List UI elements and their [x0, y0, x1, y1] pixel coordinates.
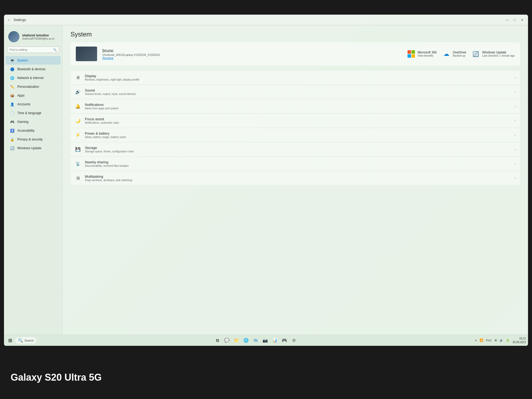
nav-icon-personalization: ✏️	[10, 84, 15, 89]
avatar-image	[8, 31, 19, 42]
laptop-screen: ← Settings — □ ✕ shahzod ismoilov shahzo…	[4, 15, 528, 346]
settings-item-power[interactable]: ⚡ Power & battery Sleep, battery usage, …	[70, 128, 520, 142]
settings-icon-focus: 🌙	[75, 118, 81, 124]
nav-label-accessibility: Accessibility	[17, 129, 35, 132]
close-button[interactable]: ✕	[519, 17, 525, 23]
settings-desc-notifications: Alerts from apps and system	[85, 107, 511, 110]
settings-item-nearby[interactable]: 📡 Nearby sharing Discoverability, receiv…	[70, 157, 520, 171]
settings-title-power: Power & battery	[85, 131, 511, 135]
taskbar-app-teams[interactable]: 💬	[223, 336, 231, 345]
window-title: Settings	[14, 18, 505, 22]
settings-desc-power: Sleep, battery usage, battery saver	[85, 136, 511, 139]
sidebar-item-gaming[interactable]: 🎮 Gaming	[6, 118, 61, 126]
sidebar-item-system[interactable]: 💻 System	[6, 56, 61, 65]
tray-volume[interactable]: 🔊	[499, 338, 504, 343]
taskbar-search[interactable]: 🔍 Search	[15, 337, 36, 344]
nav-label-apps: Apps	[17, 94, 24, 97]
settings-list: 🖥 Display Monitors, brightness, night li…	[70, 71, 520, 185]
ql-microsoft365-title: Microsoft 365	[418, 51, 437, 54]
phone-label: Galaxy S20 Ultra 5G	[11, 372, 102, 383]
sidebar-item-accounts[interactable]: 👤 Accounts	[6, 100, 61, 109]
user-profile[interactable]: shahzod ismoilov shahzod9745584@hs.ac.kr	[4, 28, 62, 47]
sidebar-item-time[interactable]: 🕐 Time & language	[6, 109, 61, 117]
sidebar-item-privacy[interactable]: 🔒 Privacy & security	[6, 135, 61, 144]
quick-link-windows-update[interactable]: 🔄 Windows Update Last checked: 1 minute …	[472, 50, 515, 58]
search-icon: 🔍	[53, 48, 57, 52]
settings-icon-notifications: 🔔	[75, 103, 81, 110]
tray-chevron[interactable]: ∧	[474, 338, 478, 343]
nav-icon-privacy: 🔒	[10, 137, 15, 142]
settings-arrow-sound: ›	[515, 90, 516, 94]
settings-desc-nearby: Discoverability, received files location	[85, 164, 511, 167]
quick-link-microsoft365[interactable]: Microsoft 365 View benefits	[407, 50, 437, 58]
nav-icon-accessibility: ♿	[10, 128, 15, 133]
nav-icon-network: 🌐	[10, 76, 15, 80]
taskbar-search-label: Search	[24, 339, 34, 342]
sidebar-item-network[interactable]: 🌐 Network & internet	[6, 74, 61, 82]
settings-item-storage[interactable]: 💾 Storage Storage space, drives, configu…	[70, 143, 520, 156]
settings-title-sound: Sound	[85, 88, 511, 92]
quick-links: Microsoft 365 View benefits ☁ OneDrive B…	[407, 50, 515, 58]
taskbar-app-view[interactable]: ⧉	[213, 336, 222, 345]
device-thumbnail	[76, 47, 97, 61]
tray-wifi[interactable]: 📶	[479, 338, 484, 343]
settings-item-focus[interactable]: 🌙 Focus assist Notifications, automatic …	[70, 114, 520, 127]
taskbar-app-stats[interactable]: 📊	[271, 336, 279, 345]
back-button[interactable]: ←	[7, 18, 11, 22]
taskbar-app-instagram[interactable]: 📷	[261, 336, 269, 345]
sidebar-item-accessibility[interactable]: ♿ Accessibility	[6, 126, 61, 135]
user-name: shahzod ismoilov	[22, 34, 58, 37]
start-button[interactable]: ⊞	[6, 336, 14, 344]
settings-arrow-notifications: ›	[515, 105, 516, 108]
taskbar-app-store[interactable]: 🛍	[251, 336, 260, 345]
taskbar-apps: ⧉ 💬 📁 🌐 🛍 📷 📊 🎮 ⚙	[38, 336, 474, 345]
settings-icon-power: ⚡	[75, 132, 81, 138]
device-rename[interactable]: Rename	[102, 56, 402, 60]
taskbar-app-settings[interactable]: ⚙	[290, 336, 298, 345]
minimize-button[interactable]: —	[505, 17, 510, 23]
nav-icon-accounts: 👤	[10, 102, 15, 107]
settings-item-display[interactable]: 🖥 Display Monitors, brightness, night li…	[70, 71, 520, 84]
taskbar-app-game[interactable]: 🎮	[280, 336, 289, 345]
nav-label-accounts: Accounts	[17, 102, 30, 106]
nav-label-personalization: Personalization	[17, 85, 39, 89]
settings-title-notifications: Notifications	[85, 103, 511, 107]
nav-icon-bluetooth: 🔵	[10, 67, 15, 72]
nav-label-update: Windows Update	[17, 146, 41, 150]
nav-label-privacy: Privacy & security	[17, 138, 43, 141]
sidebar-item-personalization[interactable]: ✏️ Personalization	[6, 82, 61, 91]
taskbar-time[interactable]: 16:22 30.08.2023	[513, 337, 526, 344]
settings-desc-sound: Volume levels, output, input, sound devi…	[85, 93, 511, 95]
ql-winupdate-title: Windows Update	[482, 51, 515, 54]
settings-item-multitasking[interactable]: ⊞ Multitasking Snap windows, desktops, t…	[70, 171, 520, 185]
user-info: shahzod ismoilov shahzod9745584@hs.ac.kr	[22, 34, 58, 40]
settings-arrow-storage: ›	[515, 148, 516, 151]
settings-icon-multitasking: ⊞	[75, 175, 81, 181]
settings-arrow-power: ›	[515, 133, 516, 137]
settings-item-notifications[interactable]: 🔔 Notifications Alerts from apps and sys…	[70, 99, 520, 113]
taskbar-app-edge[interactable]: 🌐	[242, 336, 250, 345]
nav-label-bluetooth: Bluetooth & devices	[17, 67, 45, 71]
maximize-button[interactable]: □	[512, 17, 517, 23]
settings-icon-sound: 🔊	[75, 89, 81, 95]
settings-desc-multitasking: Snap windows, desktops, task switching	[85, 179, 511, 182]
tray-battery[interactable]: 🔋	[505, 338, 510, 343]
sidebar: shahzod ismoilov shahzod9745584@hs.ac.kr…	[4, 25, 63, 346]
sidebar-item-update[interactable]: 🔄 Windows Update	[6, 144, 61, 152]
sidebar-item-bluetooth[interactable]: 🔵 Bluetooth & devices	[6, 65, 61, 73]
onedrive-icon: ☁	[442, 50, 451, 58]
settings-title-nearby: Nearby sharing	[85, 160, 511, 164]
settings-title-storage: Storage	[85, 146, 511, 150]
settings-item-sound[interactable]: 🔊 Sound Volume levels, output, input, so…	[70, 85, 520, 99]
tray-windows[interactable]: ⊞	[494, 338, 498, 343]
search-input[interactable]	[7, 47, 59, 53]
sidebar-item-apps[interactable]: 📦 Apps	[6, 91, 61, 100]
quick-link-onedrive[interactable]: ☁ OneDrive Backed up	[442, 50, 466, 58]
title-bar: ← Settings — □ ✕	[4, 15, 528, 25]
device-name: bruno	[102, 48, 402, 53]
ql-winupdate-sub: Last checked: 1 minute ago	[482, 54, 515, 57]
tray-language[interactable]: РУС	[485, 338, 493, 343]
user-email: shahzod9745584@hs.ac.kr	[22, 37, 58, 40]
taskbar-app-files[interactable]: 📁	[232, 336, 241, 345]
settings-icon-storage: 💾	[75, 146, 81, 153]
